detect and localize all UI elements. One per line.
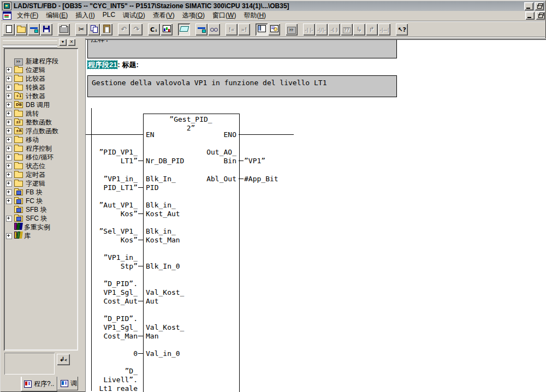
expand-icon[interactable]: [6, 76, 12, 82]
pane-close-icon[interactable]: ×: [68, 39, 75, 46]
open-online-button[interactable]: [28, 23, 40, 35]
pane-menu-button[interactable]: ▼: [59, 39, 67, 46]
expand-icon[interactable]: [6, 216, 12, 222]
expand-icon[interactable]: [6, 111, 12, 117]
symbolic-representation-button[interactable]: [178, 23, 190, 35]
tree-item-15[interactable]: 字逻辑: [6, 179, 45, 188]
expand-icon[interactable]: [6, 128, 12, 134]
network-header[interactable]: 程序段21: 标题:: [87, 60, 139, 70]
expand-icon[interactable]: [6, 67, 12, 73]
expand-icon[interactable]: [6, 85, 12, 91]
fbd-input-operand[interactable]: 0: [85, 349, 138, 358]
menu-5[interactable]: 调试(D): [119, 10, 149, 21]
undo-button[interactable]: ↶: [118, 23, 130, 35]
tree-item-4[interactable]: 转换器: [6, 83, 45, 92]
fbd-input-operand[interactable]: ”D_PID”.VP1_Sgl_Cost_Aut: [85, 280, 138, 306]
expand-icon[interactable]: [6, 120, 12, 126]
save-button[interactable]: [40, 23, 52, 35]
close-branch-button[interactable]: ↱: [366, 23, 378, 35]
document-icon[interactable]: [3, 11, 11, 20]
contact-no-button[interactable]: -| |-: [303, 23, 315, 35]
expand-icon[interactable]: [6, 137, 12, 143]
open-branch-button[interactable]: ↳: [353, 23, 365, 35]
network-comment-box[interactable]: Gestione della valovola VP1 in funzione …: [87, 75, 397, 97]
open-folder-button[interactable]: [15, 23, 27, 35]
editor-canvas[interactable]: 注释: 程序段21: 标题: Gestione della valovola V…: [85, 38, 546, 392]
fbd-input-operand[interactable]: ”Aut_VP1_Kos”: [85, 201, 138, 218]
expand-icon[interactable]: [6, 172, 12, 178]
expand-icon[interactable]: [6, 189, 12, 195]
tree-item-6[interactable]: DBDB 调用: [6, 100, 50, 109]
tree-item-13[interactable]: 状态位: [6, 162, 45, 170]
copy-button[interactable]: [88, 23, 100, 35]
tree-item-14[interactable]: 定时器: [6, 170, 45, 179]
contact-nc-button[interactable]: -|/|-: [316, 23, 328, 35]
child-minimize-button[interactable]: [525, 11, 535, 20]
expand-icon[interactable]: [6, 233, 12, 239]
monitor-blocks-button[interactable]: [161, 23, 173, 35]
help-pointer-button[interactable]: ↖?: [396, 23, 408, 35]
expand-icon[interactable]: [6, 198, 12, 204]
fbd-output-operand[interactable]: ”VP1”: [244, 157, 265, 165]
tree-item-18[interactable]: SFB 块: [6, 205, 47, 214]
tree-item-16[interactable]: FB 块: [6, 188, 43, 197]
menu-4[interactable]: PLC: [99, 10, 119, 21]
menu-9[interactable]: 帮助(H): [240, 10, 270, 21]
new-document-button[interactable]: [3, 23, 15, 35]
expand-icon[interactable]: [6, 163, 12, 169]
fbd-input-operand[interactable]: ”D_Livell”.Lt1 reale: [85, 367, 138, 392]
paste-button[interactable]: [100, 23, 112, 35]
child-restore-button[interactable]: [536, 11, 545, 20]
fbd-output-operand[interactable]: #App_Bit: [244, 175, 278, 183]
expand-icon[interactable]: [6, 181, 12, 187]
expand-icon[interactable]: [6, 155, 12, 161]
tree-item-2[interactable]: 位逻辑: [6, 66, 45, 74]
menu-1[interactable]: 文件(F): [13, 10, 42, 21]
tree-item-12[interactable]: 移位/循环: [6, 153, 54, 162]
tree-item-8[interactable]: ±I整数函数: [6, 118, 52, 127]
tree-item-19[interactable]: SFC 块: [6, 214, 47, 223]
tree-item-5[interactable]: +1计数器: [6, 92, 45, 100]
tree-item-11[interactable]: 程序控制: [6, 144, 52, 153]
tree-item-1[interactable]: ⊦⊦新建程序段: [6, 57, 58, 66]
monitor-onoff-button[interactable]: [208, 23, 220, 35]
fbd-input-operand[interactable]: ”PID_VP1_LT1”: [85, 148, 138, 165]
symbol-information-button[interactable]: [195, 23, 207, 35]
tree-item-9[interactable]: ±R浮点数函数: [6, 127, 58, 135]
menu-2[interactable]: 编辑(E): [42, 10, 72, 21]
network-label[interactable]: 程序段21: [87, 61, 117, 69]
expand-icon[interactable]: [6, 102, 12, 108]
comment-box-top[interactable]: 注释:: [87, 39, 397, 58]
download-button[interactable]: C↓: [148, 23, 160, 35]
menu-8[interactable]: 窗口(W): [209, 10, 240, 21]
pane-drag-handle[interactable]: [3, 40, 57, 45]
menu-3[interactable]: 插入(I): [72, 10, 98, 21]
expand-icon[interactable]: [6, 93, 12, 99]
overview-toggle-button[interactable]: [256, 23, 268, 35]
connector-button[interactable]: -|—|: [378, 23, 390, 35]
print-button[interactable]: [58, 23, 70, 35]
tree-item-21[interactable]: 库: [6, 231, 31, 240]
tree-item-10[interactable]: 移动: [6, 135, 39, 144]
empty-box-button[interactable]: ??: [341, 23, 353, 35]
tree-item-17[interactable]: FC 块: [6, 197, 43, 205]
cut-button[interactable]: ✂: [75, 23, 87, 35]
menu-6[interactable]: 查看(V): [149, 10, 179, 21]
pane-tab-1[interactable]: 程序?..: [21, 377, 57, 391]
pane-tab-2[interactable]: 调用: [57, 377, 78, 390]
redo-button[interactable]: ↷: [130, 23, 143, 35]
fbd-input-operand[interactable]: ”VP1_in_Stp”: [85, 253, 138, 271]
fbd-input-operand[interactable]: ”VP1_in_PID_LT1”: [85, 175, 138, 192]
coil-button[interactable]: -( ): [328, 23, 340, 35]
nav-arrow-button[interactable]: ↲<: [57, 354, 70, 365]
expand-icon[interactable]: [6, 146, 12, 152]
restore-button[interactable]: [535, 2, 544, 10]
minimize-button[interactable]: [524, 2, 533, 10]
tree-item-7[interactable]: 跳转: [6, 109, 39, 118]
next-error-button[interactable]: »!: [238, 23, 250, 35]
fbd-input-operand[interactable]: ”D_PID”.VP1_Sgl_Cost_Man: [85, 314, 138, 341]
detail-view-button[interactable]: [268, 23, 280, 35]
tree-item-3[interactable]: 比较器: [6, 74, 45, 83]
fbd-input-operand[interactable]: ”Sel_VP1_Kos”: [85, 227, 138, 245]
previous-error-button[interactable]: !«: [225, 23, 238, 35]
